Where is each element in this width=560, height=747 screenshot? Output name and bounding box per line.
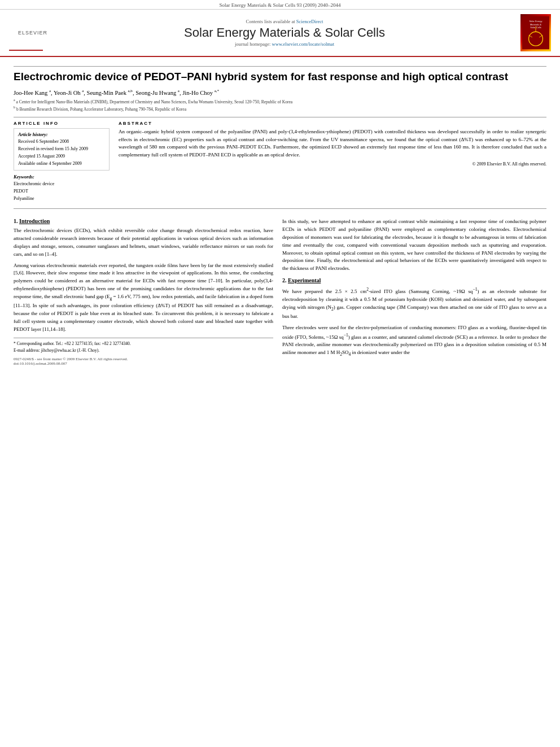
sciencedirect-link[interactable]: ScienceDirect xyxy=(296,19,323,24)
abstract-text: An organic–organic hybrid system compose… xyxy=(119,128,546,168)
top-bar: Solar Energy Materials & Solar Cells 93 … xyxy=(0,0,560,10)
email-line: E-mail address: jihchoy@ewha.ac.kr (J.-H… xyxy=(14,347,273,353)
article-info-abstract: ARTICLE INFO Article history: Received 6… xyxy=(14,121,546,203)
svg-text:Materials &: Materials & xyxy=(530,23,541,26)
article-info-header: ARTICLE INFO xyxy=(14,121,110,126)
received-date: Received 6 September 2008 xyxy=(18,138,105,146)
section1-paragraph2: Among various electrochromic materials e… xyxy=(14,262,273,334)
journal-info: Contents lists available at ScienceDirec… xyxy=(49,19,520,47)
abstract-header: ABSTRACT xyxy=(119,121,546,126)
main-body: 1. Introduction The electrochromic devic… xyxy=(0,212,560,372)
header-divider xyxy=(14,66,546,67)
revised-date: Received in revised form 15 July 2009 xyxy=(18,146,105,153)
issn-line: 0927-0248/$ - see front matter © 2009 El… xyxy=(14,357,273,361)
svg-text:Solar Energy: Solar Energy xyxy=(529,20,542,23)
elsevier-logo: ELSEVIER xyxy=(9,15,43,51)
journal-cover-image: Solar Energy Materials & Solar Cells xyxy=(520,14,551,51)
article-content: Electrochromic device of PEDOT–PANI hybr… xyxy=(0,57,560,209)
article-info-column: ARTICLE INFO Article history: Received 6… xyxy=(14,121,110,203)
keywords-title: Keywords: xyxy=(14,174,110,180)
keyword-3: Polyaniline xyxy=(14,195,110,203)
contents-available-line: Contents lists available at ScienceDirec… xyxy=(49,19,520,24)
footnote-area: * Corresponding author. Tel.: +82 2 3277… xyxy=(14,338,273,353)
body-left-column: 1. Introduction The electrochromic devic… xyxy=(14,218,273,366)
section1-title: 1. Introduction xyxy=(14,218,273,224)
journal-title: Solar Energy Materials & Solar Cells xyxy=(49,25,520,40)
homepage-link[interactable]: www.elsevier.com/locate/solmat xyxy=(272,41,334,47)
authors-line: Joo-Hee Kang a, Yeon-Ji Oh a, Seung-Min … xyxy=(14,89,546,96)
homepage-line: journal homepage: www.elsevier.com/locat… xyxy=(49,41,520,47)
body-divider xyxy=(14,208,546,209)
copyright-notice: © 2009 Elsevier B.V. All rights reserved… xyxy=(119,161,546,168)
available-date: Available online 4 September 2009 xyxy=(18,160,105,168)
history-title: Article history: xyxy=(18,132,105,137)
content-divider xyxy=(14,117,546,117)
abstract-column: ABSTRACT An organic–organic hybrid syste… xyxy=(119,121,546,203)
body-right-column: In this study, we have attempted to enha… xyxy=(282,218,546,366)
corresponding-author-note: * Corresponding author. Tel.: +82 2 3277… xyxy=(14,340,273,347)
journal-header: ELSEVIER Contents lists available at Sci… xyxy=(0,10,560,57)
journal-citation: Solar Energy Materials & Solar Cells 93 … xyxy=(220,2,341,8)
elsevier-wordmark: ELSEVIER xyxy=(18,30,47,36)
section2-paragraph2: Three electrodes were used for the elect… xyxy=(282,324,546,358)
keyword-1: Electrochromic device xyxy=(14,181,110,188)
affiliations: a a Center for Intelligent Nano-Bio Mate… xyxy=(14,98,546,112)
article-info-box: Article history: Received 6 September 20… xyxy=(14,128,110,171)
footer-info: 0927-0248/$ - see front matter © 2009 El… xyxy=(14,357,273,366)
abstract-paragraph: An organic–organic hybrid system compose… xyxy=(119,128,546,159)
keywords-section: Keywords: Electrochromic device PEDOT Po… xyxy=(14,174,110,202)
section2-paragraph1: We have prepared the 2.5 × 2.5 cm2-sized… xyxy=(282,286,546,320)
doi-line: doi:10.1016/j.solmat.2009.08.007 xyxy=(14,361,273,366)
section1-paragraph1: The electrochromic devices (ECDs), which… xyxy=(14,227,273,259)
accepted-date: Accepted 15 August 2009 xyxy=(18,153,105,160)
keyword-2: PEDOT xyxy=(14,188,110,195)
article-title: Electrochromic device of PEDOT–PANI hybr… xyxy=(14,70,546,84)
section2-title: 2. Experimental xyxy=(282,277,546,283)
section1-right-paragraph1: In this study, we have attempted to enha… xyxy=(282,218,546,273)
